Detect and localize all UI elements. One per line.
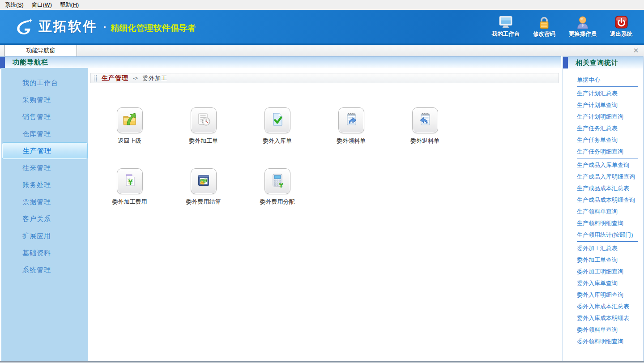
sidebar-item[interactable]: 我的工作台 xyxy=(1,74,88,91)
app-item: 委外加工单 xyxy=(166,107,240,168)
app-label: 委外加工单 xyxy=(189,137,218,145)
close-icon[interactable]: ✕ xyxy=(632,47,640,55)
app-button[interactable] xyxy=(191,107,217,133)
header-action-power[interactable]: 退出系统 xyxy=(606,16,637,38)
query-panel-title: 相关查询统计 xyxy=(576,59,618,67)
app-item: ¥委外费用分配 xyxy=(240,168,314,229)
query-link[interactable]: 生产任务明细查询 xyxy=(563,146,643,158)
query-link[interactable]: 生产领用统计(按部门) xyxy=(563,229,643,241)
app-label: 委外费用结算 xyxy=(186,198,221,206)
query-link[interactable]: 生产计划单查询 xyxy=(563,99,643,111)
app-item: 返回上级 xyxy=(93,107,166,168)
query-link[interactable]: 委外加工明细查询 xyxy=(563,266,643,278)
sidebar-item[interactable]: 仓库管理 xyxy=(1,125,88,142)
sidebar-item[interactable]: 账务处理 xyxy=(1,176,88,193)
folder-up-icon xyxy=(121,111,139,130)
breadcrumb-arrow-icon: -> xyxy=(133,75,138,81)
sidebar-item[interactable]: 基础资料 xyxy=(1,244,88,261)
sidebar-item[interactable]: 往来管理 xyxy=(1,159,88,176)
sidebar-item[interactable]: 采购管理 xyxy=(1,91,88,108)
workspace: 功能导航栏 我的工作台采购管理销售管理仓库管理生产管理往来管理账务处理票据管理客… xyxy=(0,56,644,363)
app-button[interactable]: ¥ xyxy=(264,168,290,194)
sidebar-item[interactable]: 生产管理 xyxy=(2,142,88,159)
query-link[interactable]: 生产成品入库单查询 xyxy=(563,159,643,171)
breadcrumb: 生产管理 -> 委外加工 xyxy=(90,73,559,83)
query-link[interactable]: 生产领料单查询 xyxy=(563,206,643,218)
sidebar-item[interactable]: 客户关系 xyxy=(1,210,88,227)
app-item: 委外入库单 xyxy=(240,107,314,168)
brand-logo-icon xyxy=(13,17,35,36)
query-link[interactable]: 生产成品成本汇总表 xyxy=(563,183,643,194)
app-button[interactable] xyxy=(264,107,290,133)
header-action-label: 修改密码 xyxy=(533,30,555,38)
query-link[interactable]: 委外入库成本明细表 xyxy=(563,312,643,324)
header-action-monitor[interactable]: 我的工作台 xyxy=(490,16,521,38)
query-link[interactable]: 委外加工单查询 xyxy=(563,254,643,266)
window-bottom-edge xyxy=(0,361,644,363)
app-item: ¥委外加工费用 xyxy=(93,168,166,229)
calculator-yen-icon: ¥ xyxy=(269,171,286,191)
header-action-label: 退出系统 xyxy=(610,30,632,38)
menu-item[interactable]: 窗口(W) xyxy=(28,0,56,10)
query-link[interactable]: 委外领料单查询 xyxy=(563,324,643,336)
left-nav-header: 功能导航栏 xyxy=(0,56,561,68)
app-label: 委外退料单 xyxy=(410,137,439,145)
query-link[interactable]: 单据中心 xyxy=(563,74,643,86)
money-window-icon xyxy=(195,171,213,191)
notepad-arrow-left-icon xyxy=(416,111,434,130)
query-link[interactable]: 委外领料明细查询 xyxy=(563,336,643,347)
tab-strip: 功能导航窗 ✕ xyxy=(0,43,644,56)
lock-icon xyxy=(536,16,553,29)
app-button[interactable] xyxy=(412,107,438,133)
query-panel: 相关查询统计 单据中心生产计划汇总表生产计划单查询生产计划明细查询生产任务汇总表… xyxy=(563,56,644,362)
monitor-icon xyxy=(497,16,514,29)
query-link[interactable]: 生产计划汇总表 xyxy=(563,88,643,99)
header-action-operator[interactable]: 更换操作员 xyxy=(567,16,598,38)
app-button[interactable] xyxy=(117,107,143,133)
app-item: 委外退料单 xyxy=(388,107,462,168)
query-link[interactable]: 生产领料明细查询 xyxy=(563,218,643,229)
power-icon xyxy=(613,16,630,29)
header-action-lock[interactable]: 修改密码 xyxy=(529,16,560,38)
app-label: 委外费用分配 xyxy=(260,198,295,206)
svg-text:¥: ¥ xyxy=(279,182,283,189)
app-button[interactable] xyxy=(191,168,217,194)
sidebar-item[interactable]: 销售管理 xyxy=(1,108,88,125)
app-label: 委外入库单 xyxy=(263,137,292,145)
brand-name: 亚拓软件 xyxy=(38,17,98,36)
breadcrumb-parent[interactable]: 生产管理 xyxy=(102,74,128,82)
query-link[interactable]: 委外入库成本汇总表 xyxy=(563,301,643,312)
menu-bar: 系统(S)窗口(W)帮助(H) xyxy=(0,0,644,10)
divider xyxy=(577,241,638,242)
query-link[interactable]: 委外加工汇总表 xyxy=(563,243,643,254)
menu-item[interactable]: 系统(S) xyxy=(1,0,28,10)
tab-function-nav[interactable]: 功能导航窗 xyxy=(4,45,77,56)
app-label: 委外领料单 xyxy=(337,137,366,145)
app-label: 返回上级 xyxy=(118,137,141,145)
query-link[interactable]: 生产成品成本明细查询 xyxy=(563,194,643,206)
sidebar-item[interactable]: 扩展应用 xyxy=(1,227,88,244)
app-button[interactable]: ¥ xyxy=(117,168,143,194)
menu-item[interactable]: 帮助(H) xyxy=(56,0,83,10)
header-action-label: 更换操作员 xyxy=(569,30,597,38)
header-accent-square xyxy=(0,57,5,68)
query-link[interactable]: 委外入库明细查询 xyxy=(563,289,643,301)
doc-check-icon xyxy=(269,111,286,130)
grip-handle-icon xyxy=(94,75,97,81)
query-link[interactable]: 委外入库单查询 xyxy=(563,278,643,289)
app-header: 亚拓软件 · 精细化管理软件倡导者 我的工作台修改密码更换操作员退出系统 xyxy=(0,10,644,43)
operator-icon xyxy=(574,16,591,29)
query-link[interactable]: 生产任务单查询 xyxy=(563,134,643,146)
app-button[interactable] xyxy=(338,107,364,133)
app-label: 委外加工费用 xyxy=(112,198,147,206)
app-item: 委外费用结算 xyxy=(166,168,240,229)
query-link[interactable]: 生产计划明细查询 xyxy=(563,111,643,123)
sidebar-item[interactable]: 系统管理 xyxy=(1,261,88,278)
sidebar-item[interactable]: 票据管理 xyxy=(1,193,88,210)
query-link[interactable]: 生产任务汇总表 xyxy=(563,123,643,134)
divider xyxy=(577,158,638,158)
tab-label: 功能导航窗 xyxy=(26,47,55,55)
brand-separator: · xyxy=(103,21,107,33)
brand-slogan: 精细化管理软件倡导者 xyxy=(111,19,196,34)
query-link[interactable]: 生产成品入库明细查询 xyxy=(563,171,643,183)
